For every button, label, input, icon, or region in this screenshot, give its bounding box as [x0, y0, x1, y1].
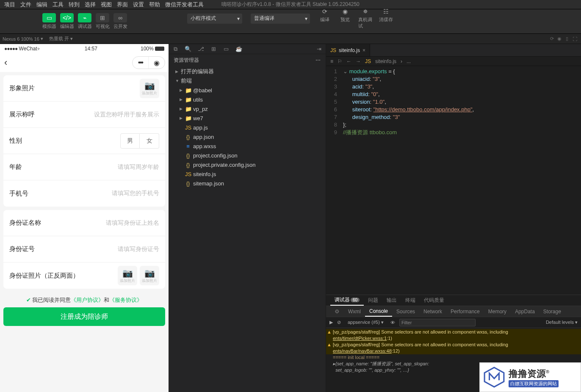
ext2-icon[interactable]: ▭ — [223, 46, 230, 52]
files-icon[interactable]: ⧉ — [172, 46, 179, 52]
tool-editor[interactable]: </>编辑器 — [59, 13, 75, 30]
page-body[interactable]: 形象照片📷添加照片 展示称呼设置您称呼用于服务展示 性别男女 年龄请填写周岁年龄… — [0, 72, 169, 392]
console-clear-icon[interactable]: ▶ — [329, 320, 333, 325]
breadcrumb-bar: ≡ ⚐ ← → JSsiteinfo.js›... — [326, 57, 581, 66]
tool-debugger[interactable]: ⌁调试器 — [77, 13, 92, 30]
gender-male[interactable]: 男 — [120, 133, 140, 149]
dt-appdata[interactable]: AppData — [511, 306, 539, 317]
nav-back-icon[interactable]: ← — [346, 58, 351, 64]
file-siteinfo[interactable]: JSsiteinfo.js — [173, 169, 326, 179]
tel-input[interactable]: 请填写您的手机号 — [28, 190, 159, 197]
explorer-title: 资源管理器⋯ — [169, 54, 326, 66]
file-projectconfig[interactable]: {}project.config.json — [173, 151, 326, 160]
file-sitemap[interactable]: {}sitemap.json — [173, 179, 326, 188]
menu-view[interactable]: 视图 — [98, 1, 114, 8]
hotreload-toggle[interactable]: 热重载 开 ▾ — [49, 36, 73, 42]
open-editors-section[interactable]: ▶打开的编辑器 — [173, 67, 326, 76]
agreement-row[interactable]: ✔ 我已阅读并同意《用户协议》和《服务协议》 — [0, 292, 169, 307]
nav-fwd-icon[interactable]: → — [356, 58, 361, 64]
photo-label: 形象照片 — [9, 84, 35, 92]
remote-debug-button[interactable]: ✵真机调试 — [358, 8, 373, 29]
service-agreement-link[interactable]: 《服务协议》 — [109, 297, 142, 303]
name-input[interactable]: 设置您称呼用于服务展示 — [35, 111, 159, 119]
folder-vppz[interactable]: ▶📁vp_pz — [173, 104, 326, 113]
menu-project[interactable]: 项目 — [2, 1, 18, 8]
code-editor[interactable]: 1⌄ module.exports = { 2 uniacid: "3", 3 … — [326, 66, 581, 295]
device-selector[interactable]: Nexus 6 100% 16 ▾ — [3, 36, 43, 41]
menu-edit[interactable]: 编辑 — [34, 1, 50, 8]
idphoto-back[interactable]: 📷添加照片 — [140, 266, 159, 285]
context-selector[interactable]: appservice (#5) ▾ — [345, 320, 386, 325]
capsule-close[interactable]: ◉ — [149, 57, 165, 69]
inspect-icon[interactable]: ⯐ — [330, 306, 344, 317]
ext1-icon[interactable]: ⊞ — [210, 46, 217, 52]
dt-network[interactable]: Network — [419, 306, 446, 317]
dt-storage[interactable]: Storage — [539, 306, 565, 317]
editor-tab-siteinfo[interactable]: JSsiteinfo.js× — [326, 44, 370, 56]
dt-sources[interactable]: Sources — [392, 306, 419, 317]
submit-button[interactable]: 注册成为陪诊师 — [3, 307, 165, 326]
capsule-menu[interactable]: ••• — [133, 57, 149, 69]
tool-visual[interactable]: ⊞可视化 — [95, 13, 110, 30]
dbg-tab-quality[interactable]: 代码质量 — [420, 295, 448, 306]
console-stop-icon[interactable]: ⊘ — [337, 320, 341, 325]
dbg-tab-output[interactable]: 输出 — [382, 295, 401, 306]
more-icon[interactable]: ⋯ — [315, 57, 321, 63]
menu-ui[interactable]: 界面 — [114, 1, 130, 8]
dbg-tab-terminal[interactable]: 终端 — [401, 295, 420, 306]
menu-file[interactable]: 文件 — [18, 1, 34, 8]
menu-goto[interactable]: 转到 — [66, 1, 82, 8]
bookmark-icon[interactable]: ⚐ — [338, 58, 342, 64]
menu-settings[interactable]: 设置 — [130, 1, 147, 8]
branch-icon[interactable]: ⎇ — [197, 46, 204, 52]
menu-tools[interactable]: 工具 — [50, 1, 66, 8]
clear-cache-button[interactable]: ☷清缓存 — [379, 8, 393, 29]
folder-babel[interactable]: ▶📁@babel — [173, 86, 326, 95]
preview-button[interactable]: ◉预览 — [338, 8, 352, 29]
file-appwxss[interactable]: ≡app.wxss — [173, 141, 326, 151]
list-icon[interactable]: ≡ — [330, 58, 333, 64]
dt-wxml[interactable]: Wxml — [344, 306, 365, 317]
folder-utils[interactable]: ▶📁utils — [173, 95, 326, 104]
menu-select[interactable]: 选择 — [82, 1, 98, 8]
phone-icon[interactable]: ▯ — [563, 36, 571, 41]
devtools-tabs: ⯐ Wxml Console Sources Network Performan… — [326, 306, 581, 317]
idname-input[interactable]: 请填写身份证上姓名 — [41, 219, 159, 227]
project-root[interactable]: ▼前端 — [173, 76, 326, 86]
tool-cloud[interactable]: ∞云开发 — [113, 13, 128, 30]
photo-upload[interactable]: 📷添加照片 — [140, 79, 159, 98]
back-button[interactable]: ‹ — [4, 57, 7, 68]
log-levels[interactable]: Default levels ▾ — [546, 320, 578, 325]
ext3-icon[interactable]: ☕ — [235, 46, 242, 52]
gender-female[interactable]: 女 — [140, 133, 159, 149]
menu-help[interactable]: 帮助 — [147, 1, 163, 8]
tool-simulator[interactable]: ▭模拟器 — [42, 13, 57, 30]
close-icon[interactable]: × — [362, 47, 365, 53]
user-agreement-link[interactable]: 《用户协议》 — [71, 297, 104, 303]
breadcrumb[interactable]: siteinfo.js — [375, 58, 396, 64]
eye-icon[interactable]: 👁 — [390, 320, 395, 325]
menu-devtools[interactable]: 微信开发者工具 — [163, 1, 206, 8]
expand-icon[interactable]: ⛶ — [571, 36, 578, 41]
mode-dropdown[interactable]: 小程序模式▾ — [187, 14, 242, 24]
refresh-icon[interactable]: ⟳ — [548, 36, 556, 41]
dbg-tab-problems[interactable]: 问题 — [364, 295, 382, 306]
console-filter[interactable]: Filter — [399, 319, 476, 326]
file-tree: ▶打开的编辑器 ▼前端 ▶📁@babel ▶📁utils ▶📁vp_pz ▶📁w… — [169, 66, 326, 188]
dt-memory[interactable]: Memory — [484, 306, 511, 317]
record-icon[interactable]: ◉ — [556, 36, 563, 41]
dbg-tab-debugger[interactable]: 调试器60 — [330, 295, 364, 306]
split-icon[interactable]: ⇥ — [315, 46, 322, 52]
age-input[interactable]: 请填写周岁年龄 — [22, 163, 159, 171]
idphoto-front[interactable]: 📷添加照片 — [118, 266, 137, 285]
idno-input[interactable]: 请填写身份证号 — [35, 246, 159, 253]
compile-dropdown[interactable]: 普通编译▾ — [251, 14, 310, 24]
dt-performance[interactable]: Performance — [446, 306, 484, 317]
file-projectprivate[interactable]: {}project.private.config.json — [173, 160, 326, 169]
file-appjson[interactable]: {}app.json — [173, 132, 326, 141]
dt-console[interactable]: Console — [365, 306, 392, 317]
search-icon[interactable]: 🔍 — [185, 46, 191, 52]
compile-button[interactable]: ⟳编译 — [318, 8, 332, 29]
file-appjs[interactable]: JSapp.js — [173, 123, 326, 132]
folder-we7[interactable]: ▶📁we7 — [173, 113, 326, 123]
